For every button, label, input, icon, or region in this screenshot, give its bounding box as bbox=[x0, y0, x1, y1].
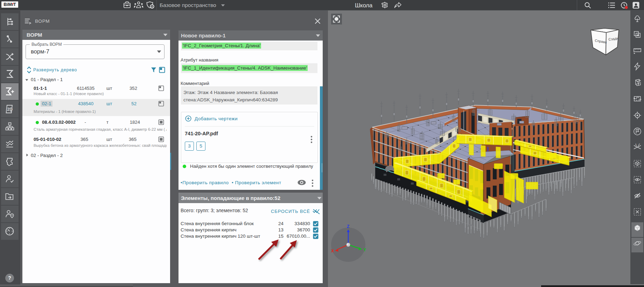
svg-text:Y: Y bbox=[363, 247, 366, 252]
svg-text:X: X bbox=[331, 249, 334, 253]
svg-text:1: 1 bbox=[635, 143, 637, 145]
svg-text:2: 2 bbox=[639, 143, 640, 145]
svg-text:Z: Z bbox=[347, 224, 349, 229]
